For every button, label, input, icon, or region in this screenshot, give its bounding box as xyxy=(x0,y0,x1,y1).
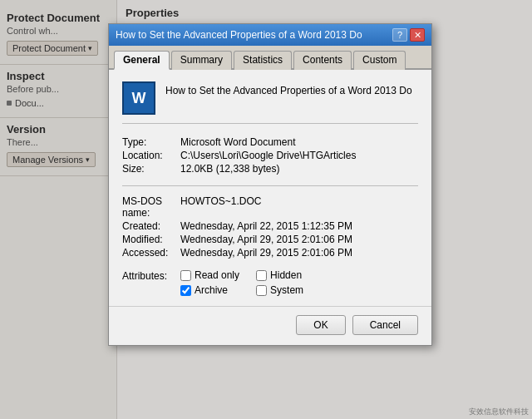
attribute-checkboxes: Read only Hidden Archive System xyxy=(180,269,315,296)
attributes-label: Attributes: xyxy=(122,270,180,282)
readonly-label: Read only xyxy=(195,269,239,281)
hidden-checkbox-row[interactable]: Hidden xyxy=(256,269,315,281)
dates-table: MS-DOS name: HOWTOS~1.DOC Created: Wedne… xyxy=(122,195,418,259)
file-title: How to Set the Advanced Properties of a … xyxy=(165,81,412,96)
msdos-value: HOWTOS~1.DOC xyxy=(180,195,261,207)
dialog-titlebar: How to Set the Advanced Properties of a … xyxy=(109,24,431,46)
file-header: W How to Set the Advanced Properties of … xyxy=(122,81,418,124)
modified-row: Modified: Wednesday, April 29, 2015 2:01… xyxy=(122,233,418,246)
readonly-checkbox[interactable] xyxy=(180,270,191,281)
help-button[interactable]: ? xyxy=(392,28,407,42)
properties-dialog: How to Set the Advanced Properties of a … xyxy=(108,23,432,346)
type-row: Type: Microsoft Word Document xyxy=(122,136,418,149)
readonly-checkbox-row[interactable]: Read only xyxy=(180,269,239,281)
type-value: Microsoft Word Document xyxy=(180,136,296,148)
modified-value: Wednesday, April 29, 2015 2:01:06 PM xyxy=(180,234,352,245)
size-row: Size: 12.0KB (12,338 bytes) xyxy=(122,162,418,175)
created-key: Created: xyxy=(122,220,180,232)
created-value: Wednesday, April 22, 2015 1:12:35 PM xyxy=(180,220,352,232)
msdos-key: MS-DOS name: xyxy=(122,195,180,219)
tab-custom[interactable]: Custom xyxy=(353,51,406,70)
dialog-tabs: General Summary Statistics Contents Cust… xyxy=(109,46,431,70)
tab-general[interactable]: General xyxy=(114,51,170,70)
tab-statistics[interactable]: Statistics xyxy=(234,51,292,70)
close-button[interactable]: ✕ xyxy=(410,28,425,42)
dialog-footer: OK Cancel xyxy=(109,306,431,345)
dialog-title: How to Set the Advanced Properties of a … xyxy=(116,29,392,41)
accessed-key: Accessed: xyxy=(122,247,180,259)
archive-label: Archive xyxy=(195,284,228,296)
accessed-value: Wednesday, April 29, 2015 2:01:06 PM xyxy=(180,247,352,259)
hidden-checkbox[interactable] xyxy=(256,270,267,281)
archive-checkbox-row[interactable]: Archive xyxy=(180,284,239,296)
location-row: Location: C:\Users\Lori\Google Drive\HTG… xyxy=(122,149,418,162)
system-label: System xyxy=(270,284,303,296)
divider-1 xyxy=(122,185,418,186)
attributes-section: Attributes: Read only Hidden Archive Sys… xyxy=(122,269,418,296)
tab-summary[interactable]: Summary xyxy=(171,51,232,70)
tab-contents[interactable]: Contents xyxy=(293,51,352,70)
location-value: C:\Users\Lori\Google Drive\HTGArticles xyxy=(180,150,356,161)
ok-button[interactable]: OK xyxy=(296,315,345,335)
word-icon: W xyxy=(122,81,155,115)
dialog-body: W How to Set the Advanced Properties of … xyxy=(109,70,431,306)
type-key: Type: xyxy=(122,136,180,148)
created-row: Created: Wednesday, April 22, 2015 1:12:… xyxy=(122,219,418,233)
archive-checkbox[interactable] xyxy=(180,285,191,296)
accessed-row: Accessed: Wednesday, April 29, 2015 2:01… xyxy=(122,246,418,259)
file-properties-table: Type: Microsoft Word Document Location: … xyxy=(122,136,418,175)
hidden-label: Hidden xyxy=(270,269,302,281)
msdos-row: MS-DOS name: HOWTOS~1.DOC xyxy=(122,195,418,219)
dialog-controls: ? ✕ xyxy=(392,28,425,42)
size-key: Size: xyxy=(122,163,180,175)
size-value: 12.0KB (12,338 bytes) xyxy=(180,163,279,175)
location-key: Location: xyxy=(122,150,180,161)
system-checkbox[interactable] xyxy=(256,285,267,296)
system-checkbox-row[interactable]: System xyxy=(256,284,315,296)
cancel-button[interactable]: Cancel xyxy=(352,315,418,335)
modified-key: Modified: xyxy=(122,234,180,245)
